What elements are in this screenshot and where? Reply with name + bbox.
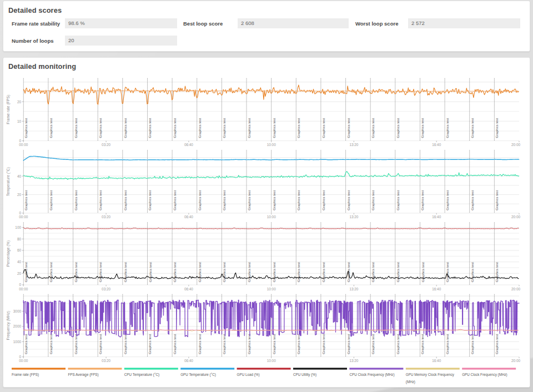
svg-text:Graphics test: Graphics test xyxy=(98,118,102,138)
svg-text:20:00: 20:00 xyxy=(511,359,520,363)
svg-text:Graphics test: Graphics test xyxy=(445,262,449,282)
svg-text:00:00: 00:00 xyxy=(19,215,28,219)
svg-text:10:00: 10:00 xyxy=(267,215,276,219)
svg-text:06:40: 06:40 xyxy=(184,215,193,219)
svg-text:80: 80 xyxy=(17,237,22,241)
svg-text:Graphics test: Graphics test xyxy=(49,190,53,210)
svg-text:Graphics test: Graphics test xyxy=(321,190,325,210)
svg-text:Graphics test: Graphics test xyxy=(272,118,276,138)
svg-text:0: 0 xyxy=(19,283,21,287)
svg-text:10:00: 10:00 xyxy=(267,287,276,291)
svg-text:Graphics test: Graphics test xyxy=(123,334,127,354)
svg-text:Graphics test: Graphics test xyxy=(222,118,226,138)
svg-text:20:00: 20:00 xyxy=(511,215,520,219)
svg-text:Graphics test: Graphics test xyxy=(445,118,449,138)
svg-text:Graphics test: Graphics test xyxy=(98,190,102,210)
svg-text:Temperature (°C): Temperature (°C) xyxy=(6,167,11,196)
svg-text:Graphics test: Graphics test xyxy=(98,262,102,282)
svg-text:20:00: 20:00 xyxy=(511,287,520,291)
svg-text:16:40: 16:40 xyxy=(432,143,441,147)
svg-text:06:40: 06:40 xyxy=(184,287,193,291)
svg-text:Graphics test: Graphics test xyxy=(222,190,226,210)
svg-text:Graphics test: Graphics test xyxy=(74,118,78,138)
svg-text:Graphics test: Graphics test xyxy=(296,118,300,138)
svg-text:16:40: 16:40 xyxy=(432,359,441,363)
svg-text:CPU Clock Frequency (MHz): CPU Clock Frequency (MHz) xyxy=(349,373,394,377)
svg-text:Graphics test: Graphics test xyxy=(421,190,425,210)
svg-text:Graphics test: Graphics test xyxy=(173,262,177,282)
svg-text:Graphics test: Graphics test xyxy=(296,190,300,210)
svg-text:2000: 2000 xyxy=(13,324,22,328)
svg-text:10: 10 xyxy=(17,119,22,123)
svg-text:Graphics test: Graphics test xyxy=(123,262,127,282)
svg-text:Graphics test: Graphics test xyxy=(445,334,449,354)
svg-text:Graphics test: Graphics test xyxy=(346,190,350,210)
svg-text:GPU Clock Frequency (MHz): GPU Clock Frequency (MHz) xyxy=(462,373,507,377)
svg-text:3000: 3000 xyxy=(13,309,22,313)
svg-text:Graphics test: Graphics test xyxy=(148,118,152,138)
svg-text:Graphics test: Graphics test xyxy=(24,118,28,138)
svg-text:16:40: 16:40 xyxy=(432,215,441,219)
svg-text:Graphics test: Graphics test xyxy=(148,334,152,354)
svg-text:0: 0 xyxy=(19,355,21,359)
svg-text:13:20: 13:20 xyxy=(349,359,358,363)
svg-text:Graphics test: Graphics test xyxy=(470,190,474,210)
svg-text:Graphics test: Graphics test xyxy=(470,262,474,282)
svg-text:Graphics test: Graphics test xyxy=(421,118,425,138)
svg-text:Graphics test: Graphics test xyxy=(247,262,251,282)
svg-text:Graphics test: Graphics test xyxy=(222,262,226,282)
svg-text:Graphics test: Graphics test xyxy=(148,190,152,210)
svg-text:100: 100 xyxy=(15,225,21,229)
svg-text:Percentage (%): Percentage (%) xyxy=(6,240,11,267)
svg-text:Graphics test: Graphics test xyxy=(198,262,202,282)
svg-text:Graphics test: Graphics test xyxy=(321,118,325,138)
svg-text:40: 40 xyxy=(17,174,22,178)
svg-text:Graphics test: Graphics test xyxy=(470,334,474,354)
svg-text:20: 20 xyxy=(17,272,22,275)
svg-text:Graphics test: Graphics test xyxy=(396,262,400,282)
svg-text:GPU Memory Clock Frequency: GPU Memory Clock Frequency xyxy=(406,373,455,377)
svg-text:Graphics test: Graphics test xyxy=(371,334,375,354)
svg-text:03:20: 03:20 xyxy=(102,215,110,219)
svg-text:Graphics test: Graphics test xyxy=(396,334,400,354)
svg-text:Graphics test: Graphics test xyxy=(346,118,350,138)
svg-text:Graphics test: Graphics test xyxy=(346,334,350,354)
svg-text:03:20: 03:20 xyxy=(102,359,110,363)
svg-text:Graphics test: Graphics test xyxy=(495,334,499,354)
svg-text:Graphics test: Graphics test xyxy=(371,118,375,138)
svg-text:Graphics test: Graphics test xyxy=(495,262,499,282)
svg-text:00:00: 00:00 xyxy=(19,287,28,291)
svg-text:Graphics test: Graphics test xyxy=(98,334,102,354)
svg-text:Graphics test: Graphics test xyxy=(421,334,425,354)
svg-text:Graphics test: Graphics test xyxy=(173,190,177,210)
svg-text:10:00: 10:00 xyxy=(267,143,276,147)
svg-text:Graphics test: Graphics test xyxy=(198,118,202,138)
svg-text:CPU Utility (%): CPU Utility (%) xyxy=(293,373,316,377)
svg-text:Graphics test: Graphics test xyxy=(470,118,474,138)
svg-text:Graphics test: Graphics test xyxy=(247,190,251,210)
svg-text:00:00: 00:00 xyxy=(19,359,28,363)
svg-text:Frame rate (FPS): Frame rate (FPS) xyxy=(12,373,39,377)
svg-text:Graphics test: Graphics test xyxy=(445,190,449,210)
svg-text:0: 0 xyxy=(19,211,21,215)
svg-text:Graphics test: Graphics test xyxy=(24,334,28,354)
svg-text:20:00: 20:00 xyxy=(511,143,520,147)
svg-text:Graphics test: Graphics test xyxy=(247,118,251,138)
svg-text:20: 20 xyxy=(17,193,22,197)
svg-text:06:40: 06:40 xyxy=(184,143,193,147)
svg-text:13:20: 13:20 xyxy=(349,287,358,291)
svg-text:FPS Average (FPS): FPS Average (FPS) xyxy=(68,373,98,377)
svg-text:GPU Load (%): GPU Load (%) xyxy=(237,373,260,377)
svg-text:Graphics test: Graphics test xyxy=(371,262,375,282)
svg-text:Graphics test: Graphics test xyxy=(74,262,78,282)
svg-text:CPU Temperature (°C): CPU Temperature (°C) xyxy=(124,373,159,377)
svg-text:Graphics test: Graphics test xyxy=(396,118,400,138)
svg-text:Graphics test: Graphics test xyxy=(198,190,202,210)
svg-text:03:20: 03:20 xyxy=(102,143,110,147)
svg-text:Graphics test: Graphics test xyxy=(198,334,202,354)
svg-text:60: 60 xyxy=(17,248,22,252)
svg-text:13:20: 13:20 xyxy=(349,143,358,147)
svg-text:(MHz): (MHz) xyxy=(406,380,415,384)
svg-text:16:40: 16:40 xyxy=(432,287,441,291)
svg-text:Graphics test: Graphics test xyxy=(24,190,28,210)
